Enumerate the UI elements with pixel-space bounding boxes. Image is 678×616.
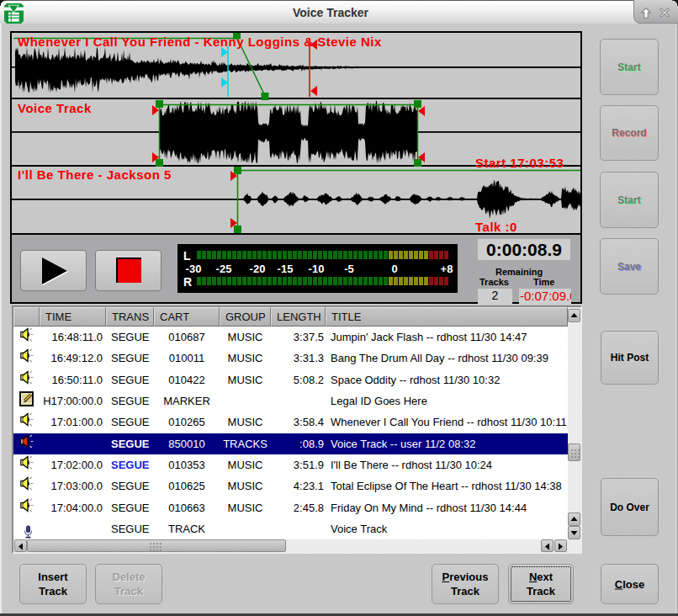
svg-text:-25: -25	[216, 263, 232, 275]
svg-text:-15: -15	[278, 263, 294, 275]
svg-text:R: R	[183, 275, 192, 289]
svg-text:-10: -10	[309, 263, 325, 275]
svg-text:-5: -5	[344, 263, 354, 275]
svg-text:-20: -20	[250, 263, 266, 275]
svg-text:-30: -30	[186, 263, 202, 275]
svg-text:0: 0	[391, 263, 397, 275]
svg-text:L: L	[183, 249, 191, 263]
svg-text:+8: +8	[441, 263, 453, 275]
